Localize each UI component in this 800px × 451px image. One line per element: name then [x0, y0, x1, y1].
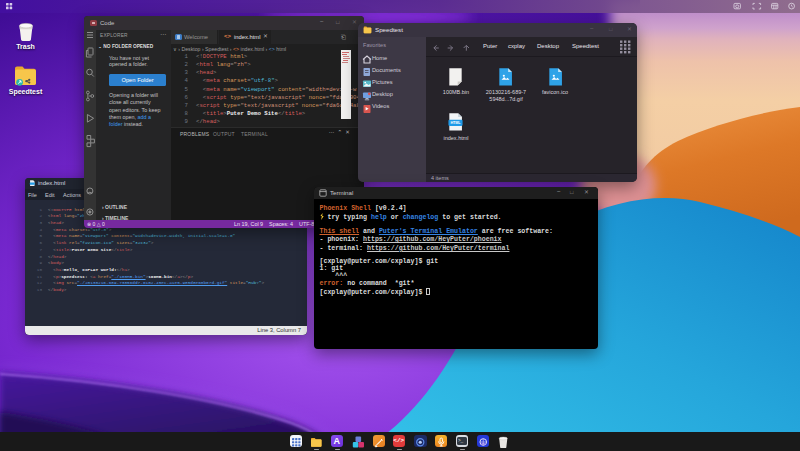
svg-text:HTML: HTML [450, 121, 461, 125]
